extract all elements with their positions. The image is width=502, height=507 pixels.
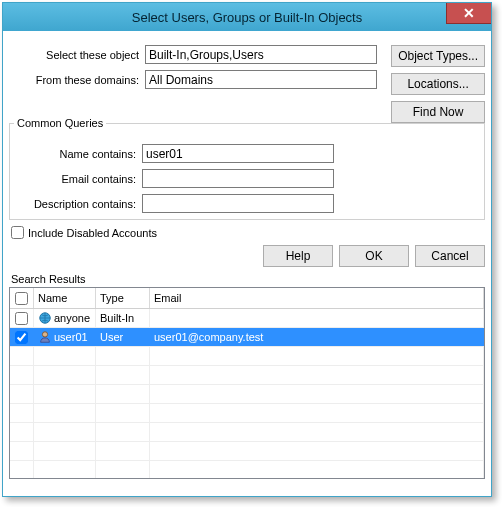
description-contains-input[interactable]	[142, 194, 334, 213]
name-contains-input[interactable]	[142, 144, 334, 163]
table-row-empty	[10, 423, 484, 442]
object-types-field[interactable]	[145, 45, 377, 64]
row-email-cell[interactable]	[150, 309, 484, 327]
close-button[interactable]: ✕	[446, 3, 491, 24]
row-type-cell[interactable]: User	[96, 328, 150, 346]
table-row-empty	[10, 461, 484, 478]
grid-header: Name Type Email	[10, 288, 484, 309]
domain-field[interactable]	[145, 70, 377, 89]
object-label: Select these object	[9, 49, 145, 61]
grid-header-email[interactable]: Email	[150, 288, 484, 308]
row-name-cell[interactable]: anyone	[34, 309, 96, 327]
email-contains-input[interactable]	[142, 169, 334, 188]
grid-header-check[interactable]	[10, 288, 34, 308]
locations-button[interactable]: Locations...	[391, 73, 485, 95]
dialog-window: Select Users, Groups or Built-In Objects…	[2, 2, 492, 497]
row-name: anyone	[54, 312, 90, 324]
include-disabled-checkbox[interactable]: Include Disabled Accounts	[11, 226, 485, 239]
domain-label: From these domains:	[9, 74, 145, 86]
title-bar[interactable]: Select Users, Groups or Built-In Objects…	[3, 3, 491, 31]
row-name-cell[interactable]: user01	[34, 328, 96, 346]
grid-header-type[interactable]: Type	[96, 288, 150, 308]
description-contains-label: Description contains:	[16, 198, 142, 210]
window-title: Select Users, Groups or Built-In Objects	[132, 10, 362, 25]
help-button[interactable]: Help	[263, 245, 333, 267]
row-email-cell[interactable]: user01@company.test	[150, 328, 484, 346]
row-checkbox[interactable]	[15, 312, 28, 325]
select-all-checkbox[interactable]	[15, 292, 28, 305]
results-grid: Name Type Email anyoneBuilt-Inuser01User…	[9, 287, 485, 479]
search-results-label: Search Results	[11, 273, 485, 285]
row-check-cell[interactable]	[10, 328, 34, 346]
grid-header-name[interactable]: Name	[34, 288, 96, 308]
find-now-button[interactable]: Find Now	[391, 101, 485, 123]
table-row[interactable]: anyoneBuilt-In	[10, 309, 484, 328]
table-row-empty	[10, 442, 484, 461]
row-checkbox[interactable]	[15, 331, 28, 344]
table-row-empty	[10, 366, 484, 385]
close-icon: ✕	[463, 6, 475, 20]
table-row-empty	[10, 404, 484, 423]
user-icon	[38, 330, 52, 344]
row-check-cell[interactable]	[10, 309, 34, 327]
row-name: user01	[54, 331, 88, 343]
object-types-button[interactable]: Object Types...	[391, 45, 485, 67]
cancel-button[interactable]: Cancel	[415, 245, 485, 267]
grid-body[interactable]: anyoneBuilt-Inuser01Useruser01@company.t…	[10, 309, 484, 478]
row-type-cell[interactable]: Built-In	[96, 309, 150, 327]
table-row[interactable]: user01Useruser01@company.test	[10, 328, 484, 347]
email-contains-label: Email contains:	[16, 173, 142, 185]
include-disabled-label: Include Disabled Accounts	[28, 227, 157, 239]
globe-icon	[38, 311, 52, 325]
include-disabled-input[interactable]	[11, 226, 24, 239]
svg-point-1	[42, 332, 47, 337]
name-contains-label: Name contains:	[16, 148, 142, 160]
common-queries-group: Common Queries Name contains: Email cont…	[9, 123, 485, 220]
common-queries-legend: Common Queries	[14, 117, 106, 129]
ok-button[interactable]: OK	[339, 245, 409, 267]
table-row-empty	[10, 347, 484, 366]
table-row-empty	[10, 385, 484, 404]
